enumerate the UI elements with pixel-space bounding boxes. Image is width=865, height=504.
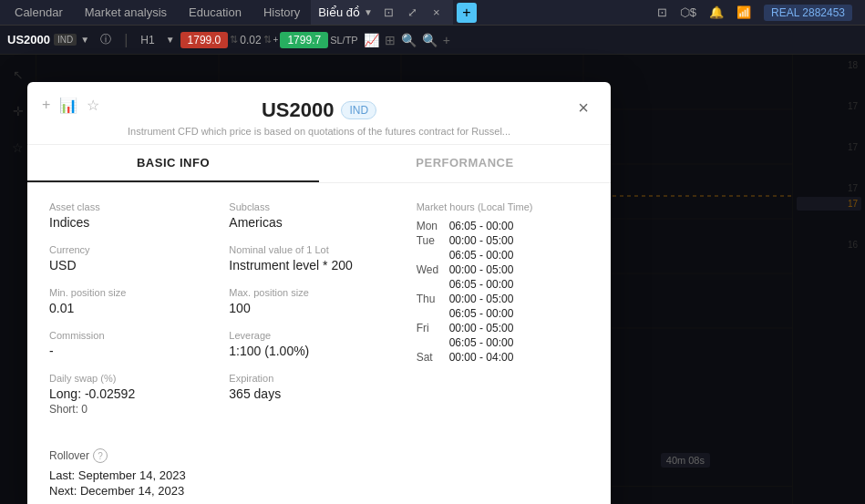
nav-right-section: ⊡ ⬡$ 🔔 📶 REAL 2882453 <box>657 5 861 21</box>
zoom-in-icon[interactable]: 🔍 <box>422 33 438 47</box>
bell-icon[interactable]: 🔔 <box>709 5 724 19</box>
add-chart-icon[interactable]: + <box>443 33 450 47</box>
expiration-value: 365 days <box>229 386 394 401</box>
rollover-title: Rollover ? <box>49 448 589 463</box>
nav-bieudo[interactable]: Biểu đồ ▼ ⊡ ⤢ × <box>311 0 453 25</box>
time-fri-2: 06:05 - 00:00 <box>449 336 514 349</box>
hours-tue-1: Tue 00:00 - 05:00 <box>417 234 589 247</box>
hours-mon: Mon 06:05 - 00:00 <box>417 220 589 232</box>
leverage-value: 1:100 (1.00%) <box>229 344 394 358</box>
modal-tabs: BASIC INFO PERFORMANCE <box>27 145 611 183</box>
modal-header: + 📊 ☆ US2000 IND Instrument CFD which pr… <box>27 82 611 145</box>
chart-type-icon[interactable]: 📈 <box>364 33 379 47</box>
time-mon-1: 06:05 - 00:00 <box>449 220 514 232</box>
close-tab-icon[interactable]: × <box>427 4 446 22</box>
hours-thu-1: Thu 00:00 - 05:00 <box>417 293 589 305</box>
info-column-1: Asset class Indices Currency USD Min. po… <box>49 201 229 416</box>
balance-badge[interactable]: REAL 2882453 <box>764 5 852 21</box>
tab-performance[interactable]: PERFORMANCE <box>319 145 611 182</box>
buy-price: 1799.7 <box>280 32 328 48</box>
subclass-label: Subclass <box>229 201 394 212</box>
day-tue: Tue <box>417 234 442 247</box>
modal-close-button[interactable]: × <box>571 95 596 120</box>
rollover-label: Rollover <box>49 449 89 462</box>
sell-price: 1799.0 <box>180 32 229 48</box>
nav-calendar[interactable]: Calendar <box>4 0 74 25</box>
daily-swap-short: Short: 0 <box>49 403 214 416</box>
main-content: ↖ ✛ ☆ <box>0 55 865 504</box>
hours-fri-2: 06:05 - 00:00 <box>417 336 589 349</box>
expand-icon[interactable]: ⤢ <box>404 4 422 22</box>
time-tue-2: 06:05 - 00:00 <box>449 249 514 262</box>
min-pos-label: Min. position size <box>49 287 214 298</box>
modal-subtitle: Instrument CFD which price is based on q… <box>46 126 592 137</box>
rollover-next-label: Next: <box>49 484 77 498</box>
modal-instrument-badge: IND <box>341 101 376 119</box>
price-arrows[interactable]: ⇅ <box>230 34 238 46</box>
day-sat: Sat <box>417 351 442 364</box>
modal-title: US2000 IND <box>46 98 592 122</box>
min-pos-value: 0.01 <box>49 301 214 315</box>
hours-sat: Sat 00:00 - 04:00 <box>417 351 589 364</box>
instrument-info-modal: + 📊 ☆ US2000 IND Instrument CFD which pr… <box>27 82 611 504</box>
add-chart-modal-icon[interactable]: + <box>42 97 50 114</box>
timeframe-selector[interactable]: H1 <box>135 32 160 48</box>
nav-history[interactable]: History <box>252 0 311 25</box>
dollar-icon[interactable]: ⬡$ <box>680 5 696 19</box>
price-change: 0.02 <box>240 34 261 46</box>
modal-body: Asset class Indices Currency USD Min. po… <box>27 183 611 434</box>
daily-swap-long: Long: -0.02592 <box>49 386 214 401</box>
instrument-selector[interactable]: US2000 IND ▼ <box>7 33 89 46</box>
price-arrows-2[interactable]: ⇅ <box>263 34 272 46</box>
add-tab-button[interactable]: + <box>457 3 477 23</box>
time-wed-1: 00:00 - 05:00 <box>449 263 514 276</box>
modal-instrument-name: US2000 <box>262 98 335 122</box>
hours-wed-1: Wed 00:00 - 05:00 <box>417 263 589 276</box>
time-tue-1: 00:00 - 05:00 <box>449 234 514 247</box>
top-navigation: Calendar Market analysis Education Histo… <box>0 0 865 26</box>
info-button[interactable]: ⓘ <box>95 30 117 49</box>
modal-header-icons: + 📊 ☆ <box>42 97 99 114</box>
nominal-label: Nominal value of 1 Lot <box>229 244 394 255</box>
hours-wed-2: 06:05 - 00:00 <box>417 278 589 291</box>
max-pos-value: 100 <box>229 301 394 315</box>
max-pos-label: Max. position size <box>229 287 394 298</box>
nav-bieudo-chevron: ▼ <box>364 7 373 17</box>
rollover-section: Rollover ? Last: September 14, 2023 Next… <box>27 448 611 504</box>
currency-label: Currency <box>49 244 214 255</box>
commission-value: - <box>49 344 214 358</box>
asset-class-value: Indices <box>49 215 214 230</box>
market-hours-title: Market hours (Local Time) <box>417 201 589 212</box>
watchlist-modal-icon[interactable]: ☆ <box>87 97 99 114</box>
nav-market-analysis[interactable]: Market analysis <box>74 0 178 25</box>
tab-basic-info[interactable]: BASIC INFO <box>27 145 319 182</box>
day-thu: Thu <box>417 293 442 305</box>
add-price-icon[interactable]: + <box>273 35 279 45</box>
rollover-next-row: Next: December 14, 2023 <box>49 484 589 498</box>
zoom-out-icon[interactable]: 🔍 <box>401 33 417 47</box>
hours-fri-1: Fri 00:00 - 05:00 <box>417 322 589 334</box>
monitor-icon[interactable]: ⊡ <box>657 5 667 19</box>
nominal-value: Instrument level * 200 <box>229 258 394 273</box>
leverage-label: Leverage <box>229 330 394 341</box>
modal-overlay: + 📊 ☆ US2000 IND Instrument CFD which pr… <box>0 55 865 504</box>
rollover-last-value: September 14, 2023 <box>78 468 186 482</box>
sltp-button[interactable]: SL/TP <box>330 35 358 46</box>
chart-modal-icon[interactable]: 📊 <box>59 97 77 114</box>
time-wed-2: 06:05 - 00:00 <box>449 278 514 291</box>
rollover-info-icon[interactable]: ? <box>93 448 108 463</box>
subclass-value: Americas <box>229 215 394 230</box>
separator-1: | <box>124 32 128 48</box>
window-icon[interactable]: ⊡ <box>380 4 398 22</box>
instrument-name: US2000 <box>7 33 50 46</box>
instrument-badge: IND <box>54 34 77 46</box>
time-thu-2: 06:05 - 00:00 <box>449 307 514 320</box>
time-fri-1: 00:00 - 05:00 <box>449 322 514 334</box>
time-thu-1: 00:00 - 05:00 <box>449 293 514 305</box>
indicator-icon[interactable]: ⊞ <box>385 33 396 47</box>
hours-tue-2: 06:05 - 00:00 <box>417 249 589 262</box>
nav-education[interactable]: Education <box>178 0 252 25</box>
asset-class-label: Asset class <box>49 201 214 212</box>
wifi-icon[interactable]: 📶 <box>736 5 751 19</box>
rollover-next-value: December 14, 2023 <box>80 484 184 498</box>
